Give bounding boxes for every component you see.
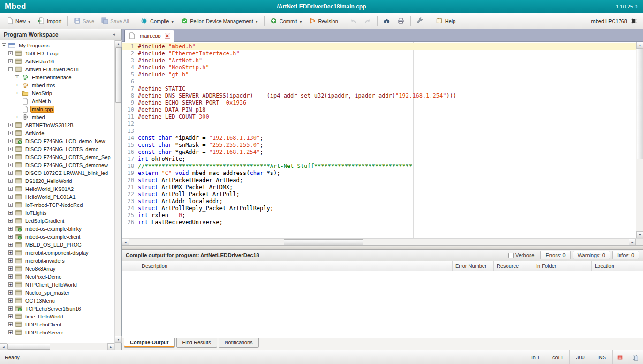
tree-item-artnet-h[interactable]: ArtNet.h bbox=[0, 97, 114, 105]
editor-vertical-scrollbar[interactable] bbox=[636, 42, 643, 238]
sidebar-horizontal-scrollbar[interactable] bbox=[0, 343, 121, 350]
tree-item-150led-loop[interactable]: +150LED_Loop bbox=[0, 49, 114, 57]
tree-item-neopixel-demo[interactable]: +NeoPixel-Demo bbox=[0, 273, 114, 281]
device-selector[interactable]: mbed LPC1768 bbox=[591, 17, 640, 25]
code-line[interactable]: 18//************************************… bbox=[122, 163, 636, 170]
code-line[interactable]: 11#define LED_COUNT 300 bbox=[122, 114, 636, 121]
toolbar-button-find[interactable] bbox=[380, 15, 394, 27]
scrollbar-track[interactable] bbox=[115, 47, 121, 336]
code-line[interactable]: 23struct ArtAddr localaddr; bbox=[122, 198, 636, 205]
scrollbar-thumb[interactable] bbox=[637, 49, 643, 159]
column-header-description[interactable]: Description bbox=[122, 261, 453, 271]
code-line[interactable]: 22struct ArtPoll_Packet ArtPoll; bbox=[122, 191, 636, 198]
collapse-sidebar-button[interactable] bbox=[110, 31, 118, 38]
toolbar-button-pelion-device-management[interactable]: Pelion Device Management bbox=[177, 15, 261, 27]
tree-item-udpechoclient[interactable]: +UDPEchoClient bbox=[0, 320, 114, 328]
expand-toggle-icon[interactable]: + bbox=[8, 147, 13, 151]
expand-toggle-icon[interactable]: + bbox=[15, 115, 19, 119]
expand-toggle-icon[interactable]: + bbox=[8, 219, 13, 223]
tree-item-main-cpp[interactable]: main.cpp bbox=[0, 105, 114, 113]
scrollbar-thumb[interactable] bbox=[284, 239, 363, 245]
code-line[interactable]: 15const char *snMask = "255.255.255.0"; bbox=[122, 142, 636, 149]
scroll-up-button[interactable] bbox=[636, 42, 643, 49]
code-line[interactable]: 8#define DNS_SERVER_ADDRESS(ipaddr) (ip4… bbox=[122, 92, 636, 99]
code-line[interactable]: 17int okToWrite; bbox=[122, 156, 636, 163]
tree-item-neostrip[interactable]: +NeoStrip bbox=[0, 89, 114, 97]
tab-notifications[interactable]: Notifications bbox=[219, 338, 259, 348]
expand-toggle-icon[interactable]: + bbox=[8, 123, 13, 127]
toolbar-button-compile[interactable]: Compile bbox=[137, 15, 177, 27]
scrollbar-track[interactable] bbox=[129, 239, 629, 245]
expand-toggle-icon[interactable]: + bbox=[8, 282, 13, 287]
pages-icon[interactable] bbox=[628, 350, 643, 364]
tree-item-udpechoserver[interactable]: +UDPEchoServer bbox=[0, 328, 114, 336]
expand-toggle-icon[interactable]: + bbox=[8, 243, 13, 247]
expand-toggle-icon[interactable]: + bbox=[8, 266, 13, 271]
expand-toggle-icon[interactable]: + bbox=[8, 139, 13, 143]
scroll-down-button[interactable] bbox=[636, 231, 643, 238]
expand-toggle-icon[interactable]: + bbox=[8, 322, 13, 326]
expand-toggle-icon[interactable]: + bbox=[8, 203, 13, 207]
tree-item-mbed-rtos[interactable]: +mbed-rtos bbox=[0, 81, 114, 89]
tree-item-disco-f746ng-lcdts-demo[interactable]: +DISCO-F746NG_LCDTS_demo bbox=[0, 145, 114, 153]
code-line[interactable]: 20struct ArtPacketHeader ArtHead; bbox=[122, 177, 636, 184]
output-body[interactable] bbox=[122, 271, 643, 338]
expand-toggle-icon[interactable]: + bbox=[8, 274, 13, 279]
expand-toggle-icon[interactable]: + bbox=[8, 163, 13, 167]
tree-item-artnetleddriverdec18[interactable]: −ArtNetLEDDriverDec18 bbox=[0, 65, 114, 73]
editor-horizontal-scrollbar[interactable] bbox=[122, 238, 643, 245]
code-line[interactable]: 13 bbox=[122, 128, 636, 135]
tree-item-iotlights[interactable]: +IoTLights bbox=[0, 209, 114, 217]
tree-item-artnetjun16[interactable]: +ArtNetJun16 bbox=[0, 57, 114, 65]
code-line[interactable]: 14const char *ipAddr = "192.168.1.130"; bbox=[122, 135, 636, 142]
scroll-left-button[interactable] bbox=[122, 239, 129, 246]
tree-item-microbit-component-display[interactable]: +microbit-component-display bbox=[0, 249, 114, 257]
code-line[interactable]: 6 bbox=[122, 78, 636, 85]
code-line[interactable]: 7#define STATIC bbox=[122, 85, 636, 92]
column-header-in-folder[interactable]: In Folder bbox=[533, 261, 592, 271]
code-line[interactable]: 10#define DATA_PIN p18 bbox=[122, 106, 636, 114]
expand-toggle-icon[interactable]: + bbox=[15, 91, 19, 95]
tree-item-nucleo-spi-master[interactable]: +Nucleo_spi_master bbox=[0, 288, 114, 296]
tree-item-mbed-os-example-blinky[interactable]: +mbed-os-example-blinky bbox=[0, 225, 114, 233]
column-header-location[interactable]: Location bbox=[592, 261, 643, 271]
collapse-toggle-icon[interactable]: − bbox=[2, 43, 6, 47]
expand-toggle-icon[interactable]: + bbox=[8, 290, 13, 295]
scrollbar-thumb[interactable] bbox=[115, 47, 121, 103]
code-line[interactable]: 2#include "EthernetInterface.h" bbox=[122, 50, 636, 57]
tab-find-results[interactable]: Find Results bbox=[176, 338, 217, 348]
expand-toggle-icon[interactable]: + bbox=[15, 83, 19, 87]
toolbar-button-revision[interactable]: Revision bbox=[306, 15, 341, 27]
expand-toggle-icon[interactable]: + bbox=[8, 155, 13, 159]
scrollbar-track[interactable] bbox=[7, 343, 107, 350]
expand-toggle-icon[interactable]: + bbox=[8, 211, 13, 215]
program-tree[interactable]: −My Programs+150LED_Loop+ArtNetJun16−Art… bbox=[0, 40, 114, 343]
counter-errors-0[interactable]: Errors: 0 bbox=[540, 251, 570, 259]
tree-item-iot-mbed-tcp-nodered[interactable]: +IoT-mbed-TCP-NodeRed bbox=[0, 201, 114, 209]
expand-toggle-icon[interactable]: + bbox=[8, 258, 13, 263]
counter-infos-0[interactable]: Infos: 0 bbox=[612, 251, 639, 259]
toolbar-button-import[interactable]: Import bbox=[34, 15, 65, 27]
tree-item-mbed-os-example-client[interactable]: +mbed-os-example-client bbox=[0, 233, 114, 241]
tree-item-mbed-os-led-prog[interactable]: +MBED_OS_LED_PROG bbox=[0, 241, 114, 249]
expand-toggle-icon[interactable]: + bbox=[15, 75, 19, 79]
tree-item-disco-f746ng-lcdts-demo-sep[interactable]: +DISCO-F746NG_LCDTS_demo_Sep bbox=[0, 153, 114, 161]
expand-toggle-icon[interactable]: + bbox=[8, 195, 13, 199]
code-line[interactable]: 3#include "ArtNet.h" bbox=[122, 57, 636, 64]
sidebar-vertical-scrollbar[interactable] bbox=[114, 40, 121, 343]
expand-toggle-icon[interactable]: + bbox=[8, 235, 13, 239]
expand-toggle-icon[interactable]: + bbox=[8, 187, 13, 191]
toolbar-button-print[interactable] bbox=[394, 15, 408, 27]
toolbar-button-new[interactable]: New bbox=[3, 15, 34, 27]
expand-toggle-icon[interactable]: + bbox=[8, 179, 13, 183]
tree-item-tcpechoserver16jun16[interactable]: +TCPEchoServer16jun16 bbox=[0, 304, 114, 312]
expand-toggle-icon[interactable]: + bbox=[8, 59, 13, 63]
panel-splitter[interactable] bbox=[122, 245, 643, 250]
tree-item-time-helloworld[interactable]: +time_HelloWorld bbox=[0, 312, 114, 320]
expand-toggle-icon[interactable]: + bbox=[8, 227, 13, 231]
code-line[interactable]: 1#include "mbed.h" bbox=[122, 43, 636, 50]
column-header-resource[interactable]: Resource bbox=[494, 261, 533, 271]
toolbar-button-commit[interactable]: Commit bbox=[267, 15, 306, 27]
tree-item-artnode[interactable]: +ArtNode bbox=[0, 129, 114, 137]
scrollbar-thumb[interactable] bbox=[7, 344, 50, 350]
